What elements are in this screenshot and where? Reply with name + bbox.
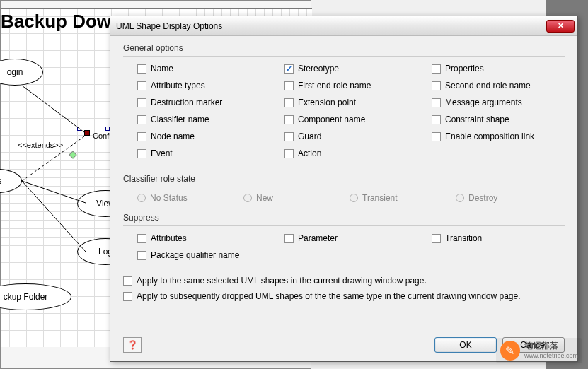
chk-component-name[interactable]: Component name <box>270 113 417 126</box>
chk-constraint-shape[interactable]: Constraint shape <box>417 113 565 126</box>
chk-attribute-types[interactable]: Attribute types <box>123 79 270 92</box>
chk-guard-label: Guard <box>298 131 321 141</box>
chk-first-end-role-label: First end role name <box>298 81 371 90</box>
classifier-role-state-label: Classifier role state <box>123 174 565 184</box>
chk-action[interactable]: Action <box>270 147 417 160</box>
chk-message-arguments-label: Message arguments <box>445 98 522 107</box>
chk-properties[interactable]: Properties <box>417 62 565 75</box>
chk-first-end-role[interactable]: First end role name <box>270 79 417 92</box>
checkbox-icon <box>137 81 146 90</box>
chk-guard[interactable]: Guard <box>270 130 417 143</box>
watermark-text: 笔记部落 www.notetribe.com <box>524 341 578 360</box>
checkbox-icon <box>137 234 146 243</box>
classifier-role-state-group: No Status New Transient Destroy <box>123 187 565 203</box>
radio-destroy-label: Destroy <box>468 193 497 203</box>
canvas-border <box>1 8 312 9</box>
radio-transient: Transient <box>350 193 456 203</box>
radio-no-status-label: No Status <box>150 193 188 203</box>
checkbox-icon <box>137 132 146 141</box>
chk-constraint-shape-label: Constraint shape <box>445 115 509 124</box>
chk-action-label: Action <box>298 148 321 158</box>
checkbox-icon <box>123 292 132 301</box>
checkbox-icon <box>284 115 294 124</box>
chk-classifier-name[interactable]: Classifier name <box>123 113 270 126</box>
usecase-gs-label: gs <box>0 176 1 186</box>
checkbox-icon <box>284 234 294 243</box>
radio-transient-label: Transient <box>362 193 398 203</box>
general-options-group: Name Stereotype Properties Attribute typ… <box>123 56 565 164</box>
close-button[interactable]: ✕ <box>546 20 575 33</box>
chk-parameter[interactable]: Parameter <box>270 232 417 245</box>
chk-destruction-marker-label: Destruction marker <box>151 98 222 107</box>
chk-apply-subsequent-label: Apply to subsequently dropped UML shapes… <box>137 291 521 301</box>
chk-extension-point[interactable]: Extension point <box>270 96 417 109</box>
checkbox-icon <box>137 98 146 107</box>
chk-apply-same[interactable]: Apply to the same selected UML shapes in… <box>123 276 565 286</box>
radio-icon <box>350 194 358 202</box>
chk-name-label: Name <box>151 64 173 74</box>
chk-attribute-types-label: Attribute types <box>151 81 205 90</box>
checkbox-icon <box>284 81 294 90</box>
dialog-content: General options Name Stereotype Properti… <box>110 36 577 314</box>
usecase-backup-folder-label: ckup Folder <box>4 292 48 302</box>
checkbox-icon <box>284 149 294 158</box>
radio-new: New <box>243 193 350 203</box>
chk-package-qualifier-label: Package qualifier name <box>151 250 239 260</box>
chk-extension-point-label: Extension point <box>298 98 356 107</box>
stereotype-label: <<extends>> <box>18 141 63 149</box>
chk-event[interactable]: Event <box>123 147 270 160</box>
chk-transition[interactable]: Transition <box>417 232 565 245</box>
help-button[interactable]: ❓ <box>123 337 142 353</box>
chk-parameter-label: Parameter <box>298 233 338 243</box>
watermark-icon: ✎ <box>500 341 520 361</box>
chk-apply-same-label: Apply to the same selected UML shapes in… <box>137 276 427 286</box>
empty-cell <box>413 249 565 262</box>
ok-button[interactable]: OK <box>434 337 497 353</box>
checkbox-icon <box>432 132 441 141</box>
checkbox-icon <box>137 149 146 158</box>
chk-classifier-name-label: Classifier name <box>151 115 209 124</box>
general-options-label: General options <box>123 43 565 53</box>
chk-package-qualifier[interactable]: Package qualifier name <box>123 249 413 262</box>
checkbox-icon <box>123 276 132 286</box>
chk-name[interactable]: Name <box>123 62 270 75</box>
chk-enable-composition[interactable]: Enable composition link <box>417 130 565 143</box>
checkbox-icon <box>137 115 146 124</box>
chk-second-end-role-label: Second end role name <box>445 81 531 90</box>
titlebar[interactable]: UML Shape Display Options ✕ <box>110 16 577 36</box>
checkbox-icon <box>137 251 146 260</box>
chk-node-name[interactable]: Node name <box>123 130 270 143</box>
chk-enable-composition-label: Enable composition link <box>445 131 534 141</box>
chk-apply-subsequent[interactable]: Apply to subsequently dropped UML shapes… <box>123 291 565 301</box>
chk-destruction-marker[interactable]: Destruction marker <box>123 96 270 109</box>
radio-icon <box>243 194 252 202</box>
radio-no-status: No Status <box>137 193 243 203</box>
help-icon: ❓ <box>127 340 138 350</box>
checkbox-icon <box>432 64 441 74</box>
chk-attributes-label: Attributes <box>151 233 187 243</box>
chk-message-arguments[interactable]: Message arguments <box>417 96 565 109</box>
ok-button-label: OK <box>459 340 471 350</box>
checkbox-icon <box>432 234 441 243</box>
chk-second-end-role[interactable]: Second end role name <box>417 79 565 92</box>
chk-component-name-label: Component name <box>298 115 365 124</box>
checkbox-icon <box>432 98 441 107</box>
chk-stereotype[interactable]: Stereotype <box>270 62 417 75</box>
watermark-name: 笔记部落 <box>524 341 578 351</box>
radio-icon <box>456 194 464 202</box>
radio-icon <box>137 194 146 202</box>
connection-point[interactable] <box>84 130 90 136</box>
chk-stereotype-label: Stereotype <box>298 64 339 74</box>
shape-handle[interactable] <box>77 127 81 131</box>
checkbox-icon <box>432 115 441 124</box>
dialog-title: UML Shape Display Options <box>116 21 546 31</box>
chk-node-name-label: Node name <box>151 131 195 141</box>
usecase-login-label: ogin <box>7 67 23 77</box>
suppress-group: Attributes Parameter Transition Package … <box>123 226 565 266</box>
chk-transition-label: Transition <box>445 233 482 243</box>
empty-cell <box>417 147 565 160</box>
checkbox-icon <box>284 64 294 74</box>
diagram-title: Backup Dow <box>1 11 111 33</box>
radio-new-label: New <box>256 193 273 203</box>
chk-attributes[interactable]: Attributes <box>123 232 270 245</box>
